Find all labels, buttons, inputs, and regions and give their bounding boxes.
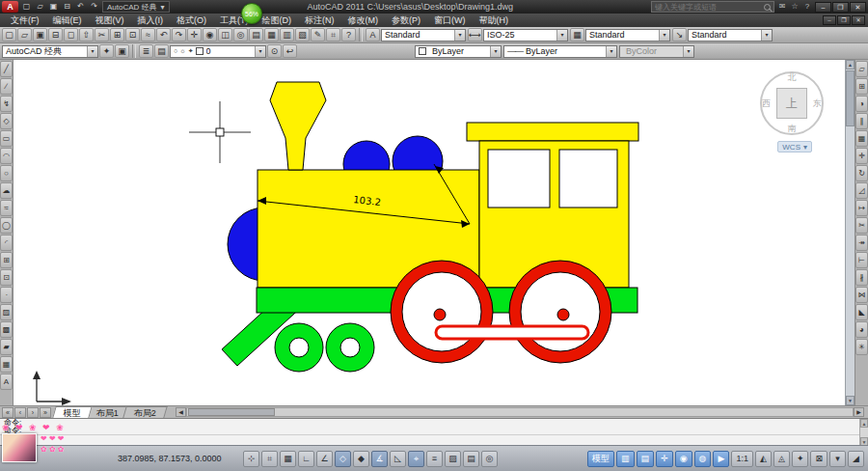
tab-nav-button[interactable]: › (27, 407, 39, 418)
workspaces-combo[interactable]: AutoCAD 经典 ▾ (2, 45, 98, 58)
menu-item[interactable]: 窗口(W) (427, 14, 473, 27)
canvas-vertical-scrollbar[interactable]: ▲ ▼ (845, 60, 854, 405)
revision-cloud-icon[interactable]: ☁ (0, 182, 13, 199)
zoom-previous-icon[interactable]: ◎ (233, 28, 248, 42)
status-menu-icon[interactable]: ▾ (829, 451, 846, 467)
hatch-icon[interactable]: ▨ (0, 304, 13, 320)
workspace-settings-icon[interactable]: ✦ (99, 44, 114, 58)
menu-item[interactable]: 标注(N) (298, 14, 341, 27)
quick-view-layouts-icon[interactable]: ▥ (616, 451, 635, 467)
scrollbar-track[interactable] (186, 407, 854, 417)
layer-previous-icon[interactable]: ↩ (283, 44, 297, 58)
insert-block-icon[interactable]: ⊞ (0, 252, 13, 268)
workspace-dropdown[interactable]: AutoCAD 经典 ▾ (102, 1, 170, 13)
quick-view-drawings-icon[interactable]: ▤ (637, 451, 655, 467)
qnew-icon[interactable]: ▢ (20, 1, 33, 13)
scroll-left-icon[interactable]: ◀ (176, 407, 186, 417)
dynamic-ucs-toggle[interactable]: ◺ (390, 451, 406, 467)
fillet-icon[interactable]: ◕ (855, 321, 868, 338)
scroll-right-icon[interactable]: ▶ (854, 407, 864, 417)
chevron-down-icon[interactable]: ▾ (683, 46, 693, 57)
style-combo[interactable]: Standard ▾ (381, 29, 466, 42)
doc-minimize-button[interactable]: – (823, 15, 836, 25)
menu-item[interactable]: 参数(P) (385, 14, 427, 27)
match-properties-icon[interactable]: ≈ (141, 28, 155, 42)
text-style-combo[interactable]: A Standard ▾ (366, 28, 466, 42)
zoom-window-icon[interactable]: ◫ (218, 28, 232, 42)
table-style-combo[interactable]: ▦ Standard ▾ (570, 28, 670, 42)
undo-icon[interactable]: ↶ (156, 28, 171, 42)
create-block-icon[interactable]: ⊡ (0, 269, 13, 286)
search-input[interactable] (655, 3, 761, 12)
style-combo[interactable]: Standard ▾ (585, 29, 670, 42)
linetype-combo[interactable]: —— ByLayer ▾ (503, 45, 617, 58)
snap-toggle[interactable]: ⌗ (261, 451, 278, 467)
annotation-visibility-icon[interactable]: ◭ (755, 451, 772, 467)
chevron-down-icon[interactable]: ▾ (255, 46, 265, 57)
quickcalc-icon[interactable]: ⌗ (326, 28, 340, 42)
tab-nav-button[interactable]: ‹ (14, 407, 26, 418)
color-combo[interactable]: ByLayer ▾ (415, 45, 502, 58)
clean-screen-button[interactable]: ◢ (848, 451, 864, 467)
break-at-point-icon[interactable]: ⊢ (855, 252, 868, 268)
dynamic-input-toggle[interactable]: ⌖ (408, 451, 424, 467)
tab-nav-button[interactable]: » (40, 407, 51, 418)
circle-icon[interactable]: ○ (0, 165, 13, 181)
table-icon[interactable]: ▦ (0, 356, 13, 373)
small-wheel-1[interactable] (275, 323, 323, 372)
menu-item[interactable]: 帮助(H) (473, 14, 516, 27)
tab-nav-button[interactable]: « (2, 407, 14, 418)
chamfer-icon[interactable]: ◣ (855, 304, 868, 320)
selection-cycling-toggle[interactable]: ◎ (481, 451, 498, 467)
ortho-toggle[interactable]: ∟ (298, 451, 314, 467)
chevron-down-icon[interactable]: ▾ (454, 30, 465, 41)
undo-icon[interactable]: ↶ (74, 1, 87, 13)
construction-line-icon[interactable]: ∕ (0, 78, 13, 95)
dim-style-combo[interactable]: ⟷ ISO-25 ▾ (468, 28, 568, 42)
region-icon[interactable]: ▰ (0, 339, 13, 355)
style-icon[interactable]: A (366, 28, 380, 42)
scroll-down-icon[interactable]: ▼ (846, 396, 854, 405)
plot-icon[interactable]: ⊟ (61, 1, 73, 13)
trim-icon[interactable]: ✂ (855, 217, 868, 234)
toolbar-lock-icon[interactable]: ⊠ (810, 451, 827, 467)
cab-roof[interactable] (467, 123, 638, 141)
plot-preview-icon[interactable]: ◻ (64, 28, 78, 42)
coupling-rod[interactable] (436, 326, 588, 339)
stretch-icon[interactable]: ↦ (855, 200, 868, 216)
show-motion-icon[interactable]: ▶ (713, 451, 729, 467)
publish-icon[interactable]: ⇧ (79, 28, 94, 42)
break-icon[interactable]: ∦ (855, 269, 868, 286)
tab-model[interactable]: 模型 (52, 406, 92, 418)
crank-pin-1[interactable] (434, 309, 446, 320)
viewcube-east-label[interactable]: 东 (813, 97, 822, 110)
lineweight-toggle[interactable]: ≡ (426, 451, 443, 467)
minimize-button[interactable]: – (815, 2, 831, 13)
rectangle-icon[interactable]: ▭ (0, 130, 13, 147)
array-icon[interactable]: ▦ (855, 130, 868, 147)
layer-states-icon[interactable]: ▤ (154, 44, 169, 58)
ellipse-icon[interactable]: ◯ (0, 217, 13, 234)
cab-window-right[interactable] (559, 150, 617, 208)
favorites-star-icon[interactable]: ☆ (789, 1, 800, 13)
arc-icon[interactable]: ◠ (0, 148, 13, 164)
viewcube[interactable]: 北 南 西 东 上 (760, 71, 824, 135)
annotation-autoscale-icon[interactable]: ◬ (773, 451, 790, 467)
menu-item[interactable]: 插入(I) (131, 14, 171, 27)
wcs-dropdown[interactable]: WCS ▾ (777, 141, 812, 152)
point-icon[interactable]: ∙ (0, 287, 13, 303)
close-button[interactable]: ✕ (850, 2, 866, 13)
steering-wheel-icon[interactable]: ◍ (694, 451, 712, 467)
spline-icon[interactable]: ≈ (0, 200, 13, 216)
plotstyle-combo[interactable]: ByColor ▾ (619, 45, 694, 58)
save-icon[interactable]: ▣ (33, 28, 47, 42)
chevron-down-icon[interactable]: ▾ (606, 46, 616, 57)
application-menu-button[interactable]: A (2, 1, 18, 13)
annotation-scale-button[interactable]: 1:1 (731, 451, 753, 467)
restore-button[interactable]: ❐ (832, 2, 849, 13)
style-combo[interactable]: ISO-25 ▾ (483, 29, 568, 42)
chevron-down-icon[interactable]: ▾ (490, 46, 501, 57)
style-combo[interactable]: Standard ▾ (688, 29, 773, 42)
polyline-icon[interactable]: ↯ (0, 96, 13, 112)
scroll-up-icon[interactable]: ▲ (860, 419, 868, 428)
